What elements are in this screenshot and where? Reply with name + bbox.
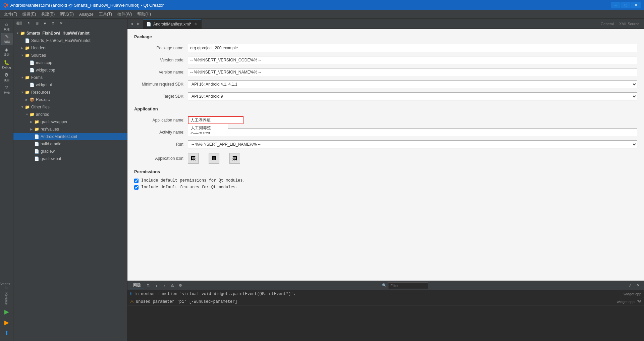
tab-general-btn[interactable]: General — [599, 21, 616, 27]
issues-tab[interactable]: 问题 — [130, 282, 144, 289]
menubar-item-b[interactable]: 构建(B) — [39, 10, 57, 18]
issues-warning-btn[interactable]: ⚠ — [169, 282, 176, 289]
icon-picker-btn-2[interactable]: 🖼 — [209, 153, 219, 164]
sidebar-item-design[interactable]: ◈ 设计 — [1, 46, 13, 58]
tab-back-btn[interactable]: ◀ — [129, 21, 135, 27]
tree-item-sources[interactable]: ▼📁Sources — [13, 52, 127, 59]
sidebar-label-project: 项目 — [4, 78, 10, 83]
tree-item-build_gradle[interactable]: 📄build.gradle — [13, 140, 127, 148]
maximize-button[interactable]: □ — [621, 2, 631, 8]
version-code-input[interactable] — [188, 56, 637, 64]
tree-item-gradle_wrapper[interactable]: ▶📁gradle\wrapper — [13, 118, 127, 126]
tree-item-android[interactable]: ▼📁android — [13, 111, 127, 118]
tab-close-btn[interactable]: ✕ — [193, 22, 198, 27]
menubar-item-h[interactable]: 帮助(H) — [135, 10, 154, 18]
tab-androidmanifest[interactable]: 📄 AndroidManifest.xml* ✕ — [143, 19, 202, 29]
autocomplete-item[interactable]: 人工湖养殖 — [188, 124, 228, 132]
tree-icon-gradlew_bat: 📄 — [34, 156, 39, 161]
tree-item-gradlew[interactable]: 📄gradlew — [13, 148, 127, 155]
tree-item-res_qrc[interactable]: ▶📦Res.qrc — [13, 96, 127, 103]
build-run-button[interactable]: ▶ — [2, 318, 12, 328]
tree-item-headers[interactable]: ▶📁Headers — [13, 44, 127, 52]
tab-extra-area: General XML Source — [596, 19, 644, 29]
minimize-button[interactable]: ─ — [611, 2, 621, 8]
issue-file-1: widget.cpp — [617, 300, 635, 304]
run-row: Run: -- %%INSERT_APP_LIB_NAME%% -- — [134, 140, 637, 149]
project-tree: ▼📁Smarts_FishBowl_HuaWeiYunIot📄Smarts_Fi… — [13, 28, 127, 341]
bottom-panel: 问题 ⇅ ‹ › ⚠ ⚙ 🔍 ⤢ ✕ ℹIn member function '… — [127, 281, 644, 341]
permissions-label-2[interactable]: Include default features for Qt modules. — [141, 185, 238, 190]
tree-item-smarts_proj[interactable]: 📄Smarts_FishBowl_HuaWeiYunIot. — [13, 37, 127, 44]
target-sdk-select[interactable]: API 28: Android 9 — [188, 92, 637, 100]
menubar-item-f[interactable]: 文件(F) — [1, 10, 20, 18]
info-icon: ℹ — [130, 292, 132, 296]
menubar-item-e[interactable]: 编辑(E) — [20, 10, 39, 18]
tree-item-root[interactable]: ▼📁Smarts_FishBowl_HuaWeiYunIot — [13, 30, 127, 37]
tree-icon-gradle_wrapper: 📁 — [34, 119, 39, 124]
permissions-section-title: Permissions — [134, 169, 637, 174]
tab-forward-btn[interactable]: ▶ — [136, 21, 142, 27]
tree-item-androidmanifest[interactable]: 📄AndroidManifest.xml — [13, 133, 127, 140]
icon-picker-btn-3[interactable]: 🖼 — [229, 153, 240, 164]
sidebar-item-project[interactable]: ⚙ 项目 — [1, 71, 13, 83]
project-collapse-btn[interactable]: ▼ — [42, 20, 48, 27]
package-name-input[interactable] — [188, 44, 637, 52]
issues-prev-btn[interactable]: ‹ — [153, 282, 160, 289]
tree-item-widget_ui[interactable]: 📄widget.ui — [13, 81, 127, 89]
stop-button[interactable]: ⬆ — [2, 328, 12, 338]
project-close-btn[interactable]: ✕ — [58, 20, 64, 27]
issue-row-0[interactable]: ℹIn member function 'virtual void Widget… — [127, 290, 644, 298]
project-toolbar-label: 项目 — [15, 21, 23, 26]
run-select[interactable]: -- %%INSERT_APP_LIB_NAME%% -- — [188, 140, 637, 148]
permissions-label-1[interactable]: Include default permissions for Qt modul… — [141, 178, 245, 183]
sidebar-label-welcome: 欢迎 — [4, 27, 10, 32]
issues-next-btn[interactable]: › — [161, 282, 168, 289]
min-sdk-select[interactable]: API 16: Android 4.1, 4.1.1 — [188, 80, 637, 88]
sidebar-item-edit[interactable]: ✎ 编辑 — [1, 33, 13, 45]
permissions-checkbox-1[interactable] — [134, 179, 139, 183]
tree-label-forms: Forms — [31, 75, 43, 80]
activity-name-input[interactable] — [188, 128, 637, 136]
menubar-item-t[interactable]: 工具(T) — [96, 10, 115, 18]
issues-toolbar: 问题 ⇅ ‹ › ⚠ ⚙ 🔍 ⤢ ✕ — [127, 281, 644, 290]
tree-icon-forms: 📁 — [25, 75, 30, 80]
issues-sort-btn[interactable]: ⇅ — [145, 282, 152, 289]
tree-label-gradlew_bat: gradlew.bat — [41, 156, 61, 161]
issues-maximize-btn[interactable]: ⤢ — [627, 282, 633, 289]
issues-close-panel-btn[interactable]: ✕ — [635, 282, 641, 289]
tree-icon-widget_ui: 📄 — [30, 83, 35, 87]
version-name-input[interactable] — [188, 68, 637, 76]
target-sdk-row: Target SDK: API 28: Android 9 — [134, 92, 637, 101]
tree-item-gradlew_bat[interactable]: 📄gradlew.bat — [13, 155, 127, 162]
tree-label-gradlew: gradlew — [41, 149, 55, 154]
project-filter-btn[interactable]: ⊟ — [34, 20, 40, 27]
tree-label-smarts_proj: Smarts_FishBowl_HuaWeiYunIot. — [31, 38, 92, 43]
tree-item-forms[interactable]: ▼📁Forms — [13, 74, 127, 81]
project-sync-btn[interactable]: ↻ — [25, 20, 32, 27]
run-button[interactable]: ▶ — [2, 307, 12, 317]
issue-row-1[interactable]: ⚠unused parameter 'p1' [-Wunused-paramet… — [127, 298, 644, 306]
issues-settings-btn[interactable]: ⚙ — [177, 282, 184, 289]
close-button[interactable]: ✕ — [631, 2, 641, 8]
tree-item-main_cpp[interactable]: 📄main.cpp — [13, 59, 127, 66]
sidebar-item-debug[interactable]: 🐛 Debug — [1, 58, 13, 70]
sidebar-item-welcome[interactable]: ⌂ 欢迎 — [1, 20, 13, 32]
menubar-item-w[interactable]: 控件(W) — [115, 10, 135, 18]
tree-item-res_values[interactable]: ▶📁res\values — [13, 126, 127, 133]
icon-picker-btn-1[interactable]: 🖼 — [188, 153, 199, 164]
menubar-item-d[interactable]: 调试(D) — [57, 10, 76, 18]
activity-name-label: Activity name: — [134, 130, 188, 135]
app-name-input[interactable] — [188, 116, 244, 124]
tree-item-resources[interactable]: ▼📁Resources — [13, 89, 127, 96]
issues-filter-input[interactable] — [388, 282, 428, 289]
menubar-item-analyze[interactable]: Analyze — [76, 11, 96, 18]
sidebar-item-help[interactable]: ? 帮助 — [1, 84, 13, 96]
tree-item-other_files[interactable]: ▼📁Other files — [13, 103, 127, 111]
permissions-checkbox-2[interactable] — [134, 185, 139, 190]
tab-xmlsource-btn[interactable]: XML Source — [617, 21, 641, 27]
project-toolbar: 项目 ↻ ⊟ ▼ ⚙ ✕ — [13, 19, 127, 28]
tree-label-widget_cpp: widget.cpp — [36, 68, 55, 72]
tree-item-widget_cpp[interactable]: 📄widget.cpp — [13, 66, 127, 74]
project-settings-btn[interactable]: ⚙ — [50, 20, 56, 27]
tree-label-widget_ui: widget.ui — [36, 83, 52, 87]
